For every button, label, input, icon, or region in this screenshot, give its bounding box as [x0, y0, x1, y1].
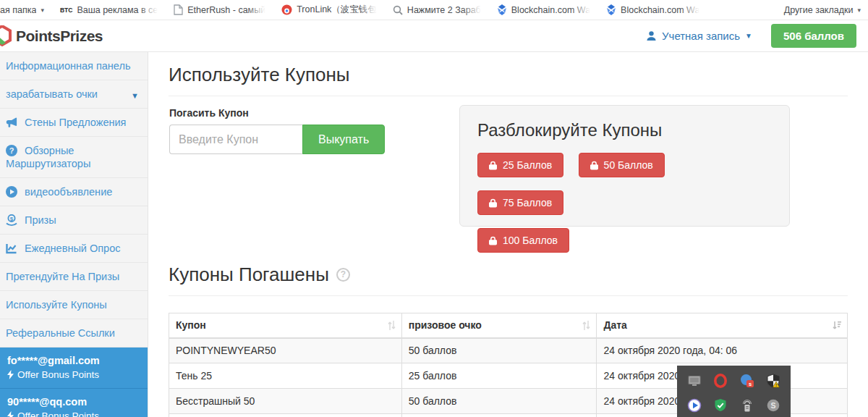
referral-action: Offer Bonus Points	[17, 368, 99, 382]
bookmark-item[interactable]: EtherRush - самый	[174, 4, 265, 15]
column-header-coupon[interactable]: Купон	[169, 313, 402, 338]
shield-check-icon[interactable]	[713, 398, 728, 413]
defender-warning-icon[interactable]: !	[766, 374, 780, 388]
table-row: POINTYNEWYEAR50 50 баллов 24 октября 202…	[169, 338, 848, 363]
sidebar-item-earn-points[interactable]: зарабатывать очки ▼	[0, 80, 148, 109]
lightning-icon	[7, 411, 14, 417]
play-circle-icon	[6, 186, 17, 198]
lock-icon	[489, 236, 497, 245]
referral-email: fo*****@gmail.com	[7, 354, 140, 368]
svg-text:S: S	[770, 401, 775, 410]
browser-bookmarks-bar: ая папка ▾ BTC Ваша реклама в се EtherRu…	[0, 0, 868, 20]
cell-coupon: Тень 25	[169, 363, 402, 389]
megaphone-icon	[6, 117, 17, 128]
brand-logo[interactable]: PointsPrizes	[0, 25, 103, 47]
coin-dollar-icon: $	[6, 214, 17, 226]
sort-icon	[388, 321, 396, 330]
cell-points: 50 баллов	[401, 389, 597, 414]
bookmark-folder[interactable]: ая папка ▾	[0, 5, 44, 15]
dongle-icon[interactable]	[740, 398, 754, 413]
btc-favicon: BTC	[60, 7, 72, 14]
page-icon	[174, 4, 183, 15]
cell-points: 25 баллов	[401, 363, 597, 389]
cell-points: 50 баллов	[401, 338, 597, 363]
svg-text:$: $	[10, 216, 14, 222]
svg-text:!: !	[775, 383, 777, 387]
system-tray-popup: s ! S	[677, 366, 791, 417]
sort-desc-icon	[832, 321, 841, 330]
chevron-down-icon: ▼	[131, 89, 139, 102]
sidebar-item-dashboard[interactable]: Информационная панель	[0, 52, 148, 80]
svg-text:?: ?	[9, 146, 14, 155]
display-icon[interactable]	[687, 374, 702, 388]
sidebar-item-claim-prizes[interactable]: Претендуйте На Призы	[0, 263, 148, 291]
pointsprizes-logo-icon	[0, 25, 12, 47]
lock-icon	[489, 198, 497, 208]
column-header-date[interactable]: Дата	[597, 313, 848, 338]
main-content: Используйте Купоны Погасить Купон Выкупа…	[169, 52, 848, 417]
points-balance-badge[interactable]: 506 баллов	[771, 24, 856, 48]
cell-coupon	[169, 414, 402, 417]
lightning-icon	[7, 370, 14, 379]
cell-coupon: Бесстрашный 50	[169, 389, 402, 414]
bookmark-item[interactable]: Нажмите 2 Зараб	[393, 5, 481, 15]
referral-action: Offer Bonus Points	[17, 409, 99, 417]
other-bookmarks-button[interactable]: Другие закладки ▾	[784, 5, 861, 15]
brand-name: PointsPrizes	[16, 28, 103, 45]
bookmark-label: Ваша реклама в се	[77, 5, 158, 15]
bookmark-label: EtherRush - самый	[187, 5, 265, 15]
help-icon[interactable]: ?	[336, 268, 350, 282]
cell-date: 24 октября 2020 года, 04: 06	[597, 338, 848, 363]
unlock-50-button[interactable]: 50 Баллов	[579, 153, 665, 177]
chevron-down-icon: ▼	[745, 32, 752, 40]
sidebar-nav: Информационная панель зарабатывать очки …	[0, 52, 148, 417]
unlock-25-button[interactable]: 25 Баллов	[477, 153, 563, 177]
divider	[169, 96, 848, 96]
referral-account-2[interactable]: 90*****@qq.com Offer Bonus Points	[0, 389, 148, 417]
chevron-down-icon: ▾	[857, 7, 861, 14]
redeemed-coupons-title: Купоны Погашены	[169, 264, 329, 286]
redeem-coupon-label: Погасить Купон	[169, 107, 385, 119]
media-player-icon[interactable]	[687, 398, 702, 413]
bookmark-label: ая папка	[0, 5, 36, 15]
question-circle-icon: ?	[6, 145, 17, 156]
bookmark-item[interactable]: BTC Ваша реклама в се	[60, 5, 158, 15]
lock-icon	[590, 161, 598, 170]
sidebar-item-offer-walls[interactable]: Стены Предложения	[0, 109, 148, 137]
cell-points	[401, 414, 597, 417]
sidebar-item-referral-links[interactable]: Реферальные Ссылки	[0, 319, 148, 348]
skype-icon[interactable]: S	[766, 398, 780, 413]
chevron-down-icon: ▾	[41, 7, 44, 14]
unlock-75-button[interactable]: 75 Баллов	[477, 190, 563, 215]
referral-email: 90*****@qq.com	[7, 395, 140, 409]
bookmark-item[interactable]: Blockchain.com Wa	[606, 4, 699, 15]
unlock-coupons-panel: Разблокируйте Купоны 25 Баллов 50 Баллов…	[459, 105, 790, 227]
tronlink-favicon	[281, 4, 292, 15]
bookmark-label: Нажмите 2 Зараб	[407, 5, 481, 15]
other-bookmarks-label: Другие закладки	[784, 5, 854, 15]
search-icon	[393, 5, 403, 15]
blockchain-favicon	[606, 4, 616, 15]
site-header: PointsPrizes Учетная запись ▼ 506 баллов	[0, 20, 868, 52]
sidebar-item-use-coupons[interactable]: Используйте Купоны	[0, 291, 148, 319]
sidebar-item-prizes[interactable]: $ Призы	[0, 206, 148, 235]
bookmark-item[interactable]: Blockchain.com Wa	[497, 4, 590, 15]
sidebar-item-survey-routers[interactable]: ? Обзорные Маршрутизаторы	[0, 137, 148, 178]
bookmark-label: Blockchain.com Wa	[621, 5, 699, 15]
sidebar-item-daily-poll[interactable]: Ежедневный Опрос	[0, 235, 148, 263]
person-icon	[646, 30, 657, 41]
opera-icon[interactable]	[713, 374, 728, 388]
unlock-coupons-title: Разблокируйте Купоны	[477, 120, 772, 140]
redeem-button[interactable]: Выкупать	[302, 125, 385, 154]
bookmark-label: TronLink（波宝钱包	[297, 4, 377, 16]
sidebar-item-video-ads[interactable]: видеообъявление	[0, 178, 148, 206]
bookmark-item[interactable]: TronLink（波宝钱包	[281, 4, 377, 16]
referral-account-1[interactable]: fo*****@gmail.com Offer Bonus Points	[0, 348, 148, 389]
coupon-input[interactable]	[169, 125, 302, 154]
column-header-points[interactable]: призовое очко	[401, 313, 597, 338]
unlock-100-button[interactable]: 100 Баллов	[477, 228, 569, 253]
account-menu[interactable]: Учетная запись ▼	[646, 30, 752, 42]
line-chart-icon	[6, 243, 17, 254]
sort-icon	[582, 321, 590, 330]
shadowsocks-icon[interactable]: s	[740, 374, 754, 388]
